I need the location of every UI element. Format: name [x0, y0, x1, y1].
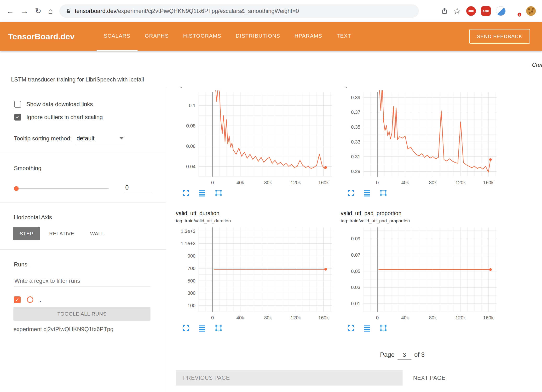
show-download-links-label: Show data download links [26, 101, 93, 108]
toggle-all-runs-button[interactable]: TOGGLE ALL RUNS [13, 307, 150, 321]
data-table-icon[interactable] [363, 189, 371, 197]
back-button[interactable]: ← [6, 7, 14, 15]
data-table-icon[interactable] [363, 324, 371, 332]
ignore-outliers-row[interactable]: ✓ Ignore outliers in chart scaling [14, 114, 166, 121]
chart-title: valid_utt_duration [176, 210, 334, 218]
line-chart[interactable]: 040k80k120k160k1003005007009001.1e+31.3e… [176, 225, 334, 323]
fullscreen-icon[interactable] [182, 189, 190, 197]
svg-text:0.04: 0.04 [186, 164, 196, 169]
svg-text:1.1e+3: 1.1e+3 [181, 241, 196, 246]
chart-card: tag: … 040k80k120k160k0.040.060.080.1 [176, 87, 334, 197]
divider [0, 202, 166, 202]
svg-text:40k: 40k [401, 315, 409, 320]
settings-sidebar: Show data download links ✓ Ignore outlie… [0, 87, 166, 392]
next-page-button[interactable]: NEXT PAGE [412, 375, 447, 381]
ignore-outliers-label: Ignore outliers in chart scaling [26, 114, 103, 121]
fullscreen-icon[interactable] [347, 189, 355, 197]
page-number-input[interactable] [398, 351, 411, 360]
chevron-down-icon [119, 137, 124, 139]
svg-text:160k: 160k [318, 315, 329, 320]
chart-card: tag: … 040k80k120k160k0.290.310.330.350.… [341, 87, 499, 197]
app-logo: TensorBoard.dev [8, 32, 75, 41]
svg-text:0.01: 0.01 [351, 301, 360, 306]
svg-text:120k: 120k [291, 180, 301, 185]
home-button[interactable]: ⌂ [48, 7, 53, 15]
svg-text:120k: 120k [456, 180, 466, 185]
url-path: /experiment/cj2vtPiwQHKN9Q1tx6PTpg/#scal… [116, 8, 299, 14]
show-download-links-checkbox[interactable] [14, 101, 21, 108]
svg-text:0: 0 [376, 180, 379, 185]
send-feedback-button[interactable]: SEND FEEDBACK [469, 29, 530, 44]
fit-to-data-icon[interactable] [380, 189, 387, 197]
fit-to-data-icon[interactable] [215, 324, 222, 332]
browser-extension-icon[interactable] [496, 6, 506, 16]
run-checkbox[interactable]: ✓ [14, 296, 21, 303]
svg-text:500: 500 [188, 278, 196, 283]
chart-toolbar [347, 324, 499, 332]
svg-text:700: 700 [188, 266, 196, 271]
created-text-clipped: Crea [532, 62, 542, 68]
axis-relative-button[interactable]: RELATIVE [42, 227, 81, 240]
tab-text[interactable]: TEXT [329, 22, 358, 51]
tooltip-sorting-label: Tooltip sorting method: [14, 135, 72, 142]
svg-text:160k: 160k [318, 180, 329, 185]
svg-text:0.33: 0.33 [351, 139, 360, 144]
profile-avatar[interactable]: 1 [511, 6, 521, 16]
url-bar[interactable]: tensorboard.dev/experiment/cj2vtPiwQHKN9… [59, 4, 419, 18]
show-download-links-row[interactable]: Show data download links [14, 101, 166, 108]
fullscreen-icon[interactable] [182, 324, 190, 332]
abp-extension-icon[interactable]: ABP [481, 6, 491, 16]
tab-graphs[interactable]: GRAPHS [138, 22, 176, 51]
smoothing-slider[interactable] [14, 188, 109, 189]
svg-text:0.35: 0.35 [351, 124, 360, 130]
tab-histograms[interactable]: HISTOGRAMS [176, 22, 229, 51]
svg-text:0: 0 [211, 180, 214, 185]
svg-text:160k: 160k [483, 180, 494, 185]
runs-filter-input[interactable] [14, 277, 150, 287]
tab-scalars[interactable]: SCALARS [97, 22, 138, 51]
fit-to-data-icon[interactable] [380, 324, 387, 332]
svg-text:40k: 40k [236, 180, 244, 185]
cookie-extension-icon[interactable] [526, 6, 536, 16]
fullscreen-icon[interactable] [347, 324, 355, 332]
url-domain: tensorboard.dev [75, 8, 116, 14]
line-chart[interactable]: 040k80k120k160k0.290.310.330.350.370.39 [341, 90, 499, 188]
chart-toolbar [182, 324, 334, 332]
adblock-extension-icon[interactable] [466, 6, 476, 16]
bookmark-star-icon[interactable]: ☆ [453, 7, 461, 15]
ignore-outliers-checkbox[interactable]: ✓ [14, 114, 21, 121]
svg-text:0: 0 [376, 315, 379, 320]
smoothing-label: Smoothing [14, 165, 166, 172]
line-chart[interactable]: 040k80k120k160k0.040.060.080.1 [176, 90, 334, 188]
line-chart[interactable]: 040k80k120k160k0.010.030.050.070.09 [341, 225, 499, 323]
data-table-icon[interactable] [198, 189, 206, 197]
svg-text:120k: 120k [291, 315, 301, 320]
svg-text:1.3e+3: 1.3e+3 [181, 229, 196, 234]
smoothing-value-input[interactable] [124, 184, 152, 193]
axis-wall-button[interactable]: WALL [83, 227, 111, 240]
axis-step-button[interactable]: STEP [13, 227, 40, 240]
previous-page-button[interactable]: PREVIOUS PAGE [176, 370, 403, 386]
tab-hparams[interactable]: HPARAMS [287, 22, 329, 51]
data-table-icon[interactable] [198, 324, 206, 332]
forward-button[interactable]: → [21, 7, 28, 15]
chart-tag: tag: train/valid_utt_duration [176, 218, 334, 225]
browser-chrome: ← → ↻ ⌂ tensorboard.dev/experiment/cj2vt… [0, 0, 542, 22]
svg-text:900: 900 [188, 253, 196, 259]
chart-tag: tag: train/valid_utt_pad_proportion [341, 218, 499, 225]
fit-to-data-icon[interactable] [215, 189, 222, 197]
svg-text:0.39: 0.39 [351, 95, 360, 100]
svg-text:0.09: 0.09 [351, 236, 360, 241]
share-icon[interactable] [441, 7, 448, 15]
run-row[interactable]: ✓ . [14, 296, 166, 303]
smoothing-slider-thumb[interactable] [14, 186, 19, 191]
svg-text:80k: 80k [264, 315, 272, 320]
tab-distributions[interactable]: DISTRIBUTIONS [229, 22, 288, 51]
experiment-id-label: experiment cj2vtPiwQHKN9Q1tx6PTpg [13, 326, 166, 333]
chart-tag: tag: … [176, 87, 334, 90]
svg-text:40k: 40k [401, 180, 409, 185]
divider [0, 249, 166, 250]
tooltip-sorting-select[interactable]: default [75, 135, 125, 144]
reload-button[interactable]: ↻ [35, 7, 41, 15]
svg-text:40k: 40k [236, 315, 244, 320]
